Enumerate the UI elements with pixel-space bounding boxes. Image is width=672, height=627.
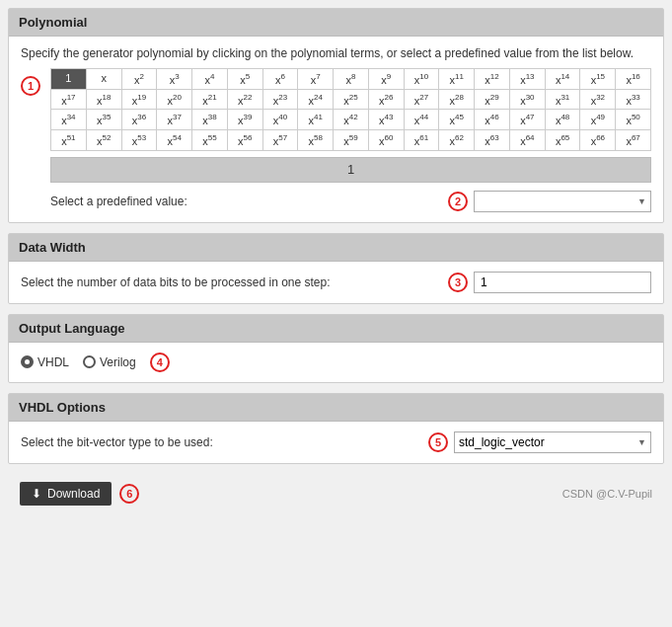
radio-row: VHDL Verilog 4 [21,353,651,372]
predefined-label: Select a predefined value: [50,195,448,208]
polynomial-section: Polynomial Specify the generator polynom… [8,8,664,223]
poly-cell-x46[interactable]: x46 [475,110,510,129]
poly-cell-x19[interactable]: x19 [122,90,158,110]
poly-cell-x7[interactable]: x7 [298,69,334,89]
poly-cell-x6[interactable]: x6 [263,69,299,89]
poly-cell-x3[interactable]: x3 [157,69,192,89]
poly-cell-x23[interactable]: x23 [263,90,299,110]
poly-cell-x62[interactable]: x62 [439,130,475,150]
poly-row-0: 1 x x2 x3 x4 x5 x6 x7 x8 x9 x10 x11 [51,69,650,90]
data-width-header: Data Width [9,234,663,262]
watermark: CSDN @C.V-Pupil [562,488,652,500]
data-width-body: Select the number of data bits to be pro… [9,262,663,303]
poly-cell-x13[interactable]: x13 [510,69,546,89]
poly-cell-x18[interactable]: x18 [87,90,122,110]
poly-cell-x47[interactable]: x47 [510,110,546,129]
data-width-label: Select the number of data bits to be pro… [21,275,448,289]
poly-cell-x65[interactable]: x65 [546,130,581,150]
poly-cell-x2[interactable]: x2 [122,69,158,89]
vhdl-radio-button[interactable] [21,355,34,368]
poly-cell-x48[interactable]: x48 [546,110,581,129]
poly-cell-x24[interactable]: x24 [298,90,334,110]
poly-cell-x30[interactable]: x30 [510,90,546,110]
poly-cell-x67[interactable]: x67 [616,130,650,150]
poly-cell-x57[interactable]: x57 [263,130,299,150]
annotation-3: 3 [448,273,468,292]
poly-cell-1[interactable]: 1 [51,69,87,89]
poly-cell-x38[interactable]: x38 [192,110,228,129]
output-language-header: Output Language [9,315,663,343]
predefined-select-wrapper [474,191,651,212]
poly-cell-x60[interactable]: x60 [369,130,405,150]
poly-cell-x59[interactable]: x59 [334,130,369,150]
poly-cell-x15[interactable]: x15 [580,69,616,89]
polynomial-grid: 1 x x2 x3 x4 x5 x6 x7 x8 x9 x10 x11 [50,68,651,151]
download-button[interactable]: ⬇ Download [20,482,112,506]
poly-cell-x44[interactable]: x44 [405,110,440,129]
verilog-radio-item[interactable]: Verilog [83,355,136,369]
poly-cell-x8[interactable]: x8 [334,69,369,89]
poly-cell-x42[interactable]: x42 [334,110,369,129]
poly-cell-x17[interactable]: x17 [51,90,87,110]
poly-cell-x[interactable]: x [87,69,122,89]
poly-cell-x21[interactable]: x21 [192,90,228,110]
poly-cell-x37[interactable]: x37 [157,110,192,129]
poly-cell-x5[interactable]: x5 [228,69,263,89]
polynomial-description: Specify the generator polynomial by clic… [21,46,651,60]
poly-cell-x63[interactable]: x63 [475,130,510,150]
poly-cell-x39[interactable]: x39 [228,110,263,129]
vhdl-options-label: Select the bit-vector type to be used: [21,435,428,449]
poly-cell-x64[interactable]: x64 [510,130,546,150]
poly-cell-x55[interactable]: x55 [192,130,228,150]
poly-cell-x53[interactable]: x53 [122,130,158,150]
verilog-radio-button[interactable] [83,355,96,368]
poly-cell-x29[interactable]: x29 [475,90,510,110]
poly-cell-x12[interactable]: x12 [475,69,510,89]
poly-cell-x16[interactable]: x16 [616,69,650,89]
poly-cell-x10[interactable]: x10 [405,69,440,89]
poly-cell-x43[interactable]: x43 [369,110,405,129]
data-width-section: Data Width Select the number of data bit… [8,233,664,304]
poly-cell-x45[interactable]: x45 [439,110,475,129]
poly-cell-x31[interactable]: x31 [546,90,581,110]
poly-cell-x58[interactable]: x58 [298,130,334,150]
poly-cell-x35[interactable]: x35 [87,110,122,129]
poly-cell-x11[interactable]: x11 [439,69,475,89]
poly-cell-x66[interactable]: x66 [580,130,616,150]
poly-cell-x56[interactable]: x56 [228,130,263,150]
poly-cell-x50[interactable]: x50 [616,110,650,129]
vhdl-radio-item[interactable]: VHDL [21,355,69,369]
poly-cell-x33[interactable]: x33 [616,90,650,110]
poly-cell-x20[interactable]: x20 [157,90,192,110]
poly-cell-x54[interactable]: x54 [157,130,192,150]
output-language-section: Output Language VHDL Verilog 4 [8,314,664,383]
poly-cell-x22[interactable]: x22 [228,90,263,110]
poly-row-1: x17 x18 x19 x20 x21 x22 x23 x24 x25 x26 … [51,90,650,111]
vhdl-options-select[interactable]: std_logic_vector std_ulogic_vector unsig… [454,431,651,453]
poly-cell-x9[interactable]: x9 [369,69,405,89]
poly-cell-x32[interactable]: x32 [580,90,616,110]
poly-cell-x36[interactable]: x36 [122,110,158,129]
poly-cell-x40[interactable]: x40 [263,110,299,129]
annotation-5: 5 [428,432,448,452]
poly-cell-x51[interactable]: x51 [51,130,87,150]
poly-cell-x28[interactable]: x28 [439,90,475,110]
poly-cell-x34[interactable]: x34 [51,110,87,129]
annotation-1: 1 [21,76,40,96]
bottom-bar: ⬇ Download 6 CSDN @C.V-Pupil [8,474,664,509]
poly-cell-x4[interactable]: x4 [192,69,228,89]
poly-cell-x61[interactable]: x61 [405,130,440,150]
verilog-label: Verilog [100,355,136,369]
poly-cell-x41[interactable]: x41 [298,110,334,129]
poly-cell-x25[interactable]: x25 [334,90,369,110]
poly-cell-x52[interactable]: x52 [87,130,122,150]
poly-cell-x27[interactable]: x27 [405,90,440,110]
poly-cell-x14[interactable]: x14 [546,69,581,89]
page-wrapper: Polynomial Specify the generator polynom… [0,0,672,517]
output-language-body: VHDL Verilog 4 [9,343,663,382]
poly-row-3: x51 x52 x53 x54 x55 x56 x57 x58 x59 x60 … [51,130,650,150]
poly-cell-x49[interactable]: x49 [580,110,616,129]
poly-cell-x26[interactable]: x26 [369,90,405,110]
predefined-select[interactable] [474,191,651,212]
data-width-input[interactable] [474,272,651,293]
